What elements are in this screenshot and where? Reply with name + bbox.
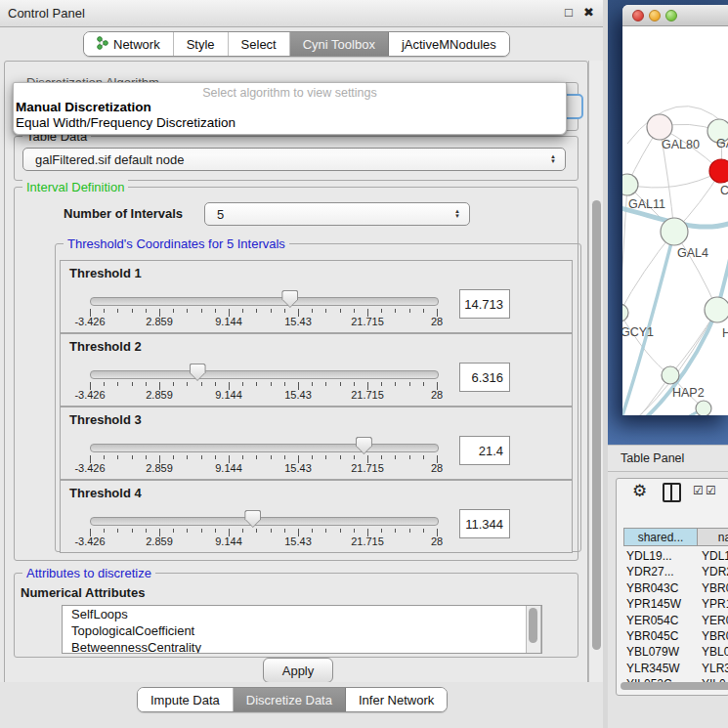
number-of-intervals-spinner[interactable]: 5 ▲▼	[204, 202, 470, 226]
table-horizontal-scrollbar-thumb[interactable]	[621, 682, 728, 690]
tab-label: Network	[113, 37, 160, 52]
slider-tick-label: 15.43	[277, 535, 320, 547]
slider-tick-label: 21.715	[346, 389, 389, 401]
slider-tick	[284, 529, 285, 533]
algorithm-option[interactable]: Equal Width/Frequency Discretization	[16, 115, 236, 130]
threshold-panel: Threshold 1-3.4262.8599.14415.4321.71528…	[60, 260, 573, 333]
algorithm-option[interactable]: Manual Discretization	[16, 100, 151, 114]
table-cell[interactable]: YBR043C	[626, 581, 678, 595]
apply-button[interactable]: Apply	[263, 658, 333, 683]
close-icon[interactable]: ✖	[583, 5, 594, 20]
gear-icon[interactable]: ⚙	[632, 481, 647, 501]
panel-vertical-scrollbar-thumb[interactable]	[592, 200, 601, 650]
slider-tick	[395, 529, 396, 533]
slider-tick	[325, 455, 326, 459]
tab-discretize-data[interactable]: Discretize Data	[234, 688, 346, 711]
attributes-group-title: Attributes to discretize	[22, 566, 155, 580]
tab-label: jActiveMNodules	[402, 37, 496, 52]
slider-tick	[256, 529, 257, 533]
threshold-value-field[interactable]: 21.4	[459, 436, 510, 465]
interval-definition-group-title: Interval Definition	[22, 180, 128, 194]
threshold-slider-track[interactable]	[90, 517, 439, 526]
table-cell[interactable]: YPR1	[702, 597, 728, 611]
slider-tick	[325, 309, 326, 313]
slider-tick	[215, 455, 216, 459]
apply-button-label: Apply	[282, 664, 315, 678]
threshold-label: Threshold 3	[69, 412, 142, 427]
float-window-icon[interactable]: □	[565, 5, 573, 20]
bottom-node[interactable]	[696, 401, 711, 415]
threshold-value-field[interactable]: 11.344	[459, 509, 510, 538]
slider-tick	[117, 455, 118, 459]
network-edge	[622, 313, 670, 375]
tab-network[interactable]: Network	[84, 32, 174, 56]
GAL4-node[interactable]	[661, 218, 688, 245]
threshold-value-field[interactable]: 6.316	[459, 363, 510, 392]
slider-tick	[242, 382, 243, 386]
table-cell[interactable]: YDL19...	[626, 549, 672, 563]
attributes-list-scrollbar-thumb[interactable]	[529, 608, 537, 643]
table-cell[interactable]: YBL079W	[626, 645, 679, 659]
table-cell[interactable]: YER054C	[626, 614, 678, 627]
attribute-list-item[interactable]: BetweennessCentrality	[63, 639, 541, 654]
network-window-titlebar[interactable]	[622, 5, 728, 26]
table-cell[interactable]: YDR2	[702, 565, 728, 578]
HAP2-node[interactable]	[662, 366, 679, 384]
bottom-tab-bar: Impute DataDiscretize DataInfer Network	[137, 687, 448, 712]
red-node[interactable]	[709, 159, 728, 183]
network-thick-edge	[622, 408, 704, 415]
slider-tick	[340, 309, 341, 313]
checkbox-icon-2[interactable]: ☑	[706, 484, 716, 497]
slider-tick	[423, 529, 424, 533]
tab-jactivemnodules[interactable]: jActiveMNodules	[389, 32, 509, 56]
table-cell[interactable]: YPR145W	[626, 597, 681, 611]
threshold-slider-track[interactable]	[90, 297, 439, 306]
column-header-name[interactable]: na	[698, 528, 728, 546]
zoom-traffic-light-icon[interactable]	[665, 10, 677, 21]
table-horizontal-scrollbar[interactable]	[619, 681, 728, 691]
tab-style[interactable]: Style	[174, 32, 229, 56]
table-cell[interactable]: YBL0	[702, 645, 728, 659]
slider-tick	[132, 529, 133, 533]
network-thick-edge	[622, 232, 674, 415]
minimize-traffic-light-icon[interactable]	[649, 10, 661, 21]
tab-cyni-toolbox[interactable]: Cyni Toolbox	[290, 32, 389, 56]
attribute-list-item[interactable]: SelfLoops	[63, 606, 541, 622]
GAL11-node[interactable]	[622, 174, 638, 195]
network-view-window[interactable]: GAL80GACGAL11GAL4GCY1HHAP2	[622, 5, 728, 415]
table-cell[interactable]: YBR045C	[626, 629, 678, 643]
attributes-list-scrollbar[interactable]	[526, 606, 541, 653]
table-cell[interactable]: YDL1	[702, 549, 728, 563]
threshold-panel: Threshold 2-3.4262.8599.14415.4321.71528…	[60, 333, 573, 407]
table-cell[interactable]: YDR27...	[626, 565, 674, 578]
numerical-attributes-list[interactable]: SelfLoopsTopologicalCoefficientBetweenne…	[62, 605, 542, 654]
slider-tick	[104, 529, 105, 533]
slider-tick	[423, 309, 424, 313]
node-label: GA	[716, 137, 728, 150]
tab-impute-data[interactable]: Impute Data	[138, 688, 234, 711]
table-cell[interactable]: YBR0	[702, 629, 728, 643]
H-node[interactable]	[705, 297, 728, 322]
slider-tick	[117, 309, 118, 313]
GCY1-node[interactable]	[622, 304, 628, 321]
slider-tick	[354, 382, 355, 386]
slider-tick	[395, 455, 396, 459]
threshold-slider-track[interactable]	[90, 370, 439, 379]
split-columns-icon[interactable]	[663, 483, 681, 502]
tab-infer-network[interactable]: Infer Network	[346, 688, 447, 711]
column-header-shared-name[interactable]: shared...	[623, 528, 698, 546]
threshold-value-field[interactable]: 14.713	[459, 289, 510, 319]
table-cell[interactable]: YLR3	[702, 662, 728, 675]
attribute-list-item[interactable]: TopologicalCoefficient	[63, 622, 541, 639]
tab-select[interactable]: Select	[229, 32, 290, 56]
close-traffic-light-icon[interactable]	[632, 10, 644, 21]
checkbox-icon-1[interactable]: ☑	[693, 484, 704, 497]
table-cell[interactable]: YLR345W	[626, 662, 680, 675]
table-cell[interactable]: YBR0	[702, 581, 728, 595]
slider-tick-label: 2.859	[138, 535, 181, 547]
table-data-combobox[interactable]: galFiltered.sif default node ▲▼	[22, 148, 566, 171]
table-cell[interactable]: YER0	[702, 614, 728, 627]
GAL80-node[interactable]	[647, 114, 672, 140]
threshold-slider-track[interactable]	[90, 444, 439, 452]
network-canvas[interactable]: GAL80GACGAL11GAL4GCY1HHAP2	[622, 26, 728, 415]
